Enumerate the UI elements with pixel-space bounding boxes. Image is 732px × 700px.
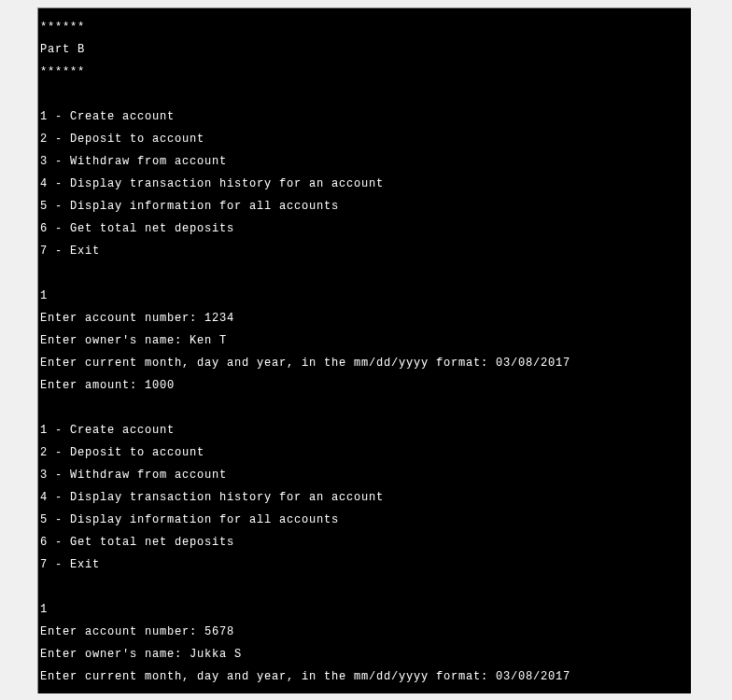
prompt-line: Enter account number: 1234 — [40, 313, 691, 324]
menu-item: 4 - Display transaction history for an a… — [40, 178, 691, 189]
menu-item: 1 - Create account — [40, 425, 691, 436]
header-stars-bottom: ****** — [40, 66, 691, 77]
prompt-line: Enter owner's name: Jukka S — [40, 649, 691, 660]
blank-line — [40, 581, 691, 593]
header-stars-top: ****** — [40, 21, 691, 33]
prompt-line: Enter current month, day and year, in th… — [40, 671, 691, 682]
menu-item: 5 - Display information for all accounts — [40, 514, 691, 525]
menu-item: 6 - Get total net deposits — [40, 537, 691, 548]
blank-line — [40, 268, 691, 279]
prompt-line: Enter account number: 5678 — [40, 626, 691, 637]
user-choice: 1 — [40, 604, 691, 615]
menu-item: 2 - Deposit to account — [40, 133, 691, 145]
blank-line — [40, 402, 691, 413]
menu-item: 7 - Exit — [40, 559, 691, 570]
prompt-line: Enter amount: 1000 — [40, 380, 691, 391]
menu-item: 1 - Create account — [40, 111, 691, 122]
terminal-window[interactable]: ****** Part B ****** 1 - Create account … — [37, 7, 691, 693]
menu-item: 2 - Deposit to account — [40, 447, 691, 458]
menu-item: 3 - Withdraw from account — [40, 469, 691, 481]
user-choice: 1 — [40, 290, 691, 301]
header-title: Part B — [40, 44, 691, 55]
menu-item: 7 - Exit — [40, 245, 691, 257]
menu-item: 6 - Get total net deposits — [40, 223, 691, 234]
prompt-line: Enter owner's name: Ken T — [40, 335, 691, 346]
menu-item: 4 - Display transaction history for an a… — [40, 492, 691, 503]
prompt-line: Enter current month, day and year, in th… — [40, 357, 691, 369]
menu-item: 5 - Display information for all accounts — [40, 201, 691, 212]
blank-line — [40, 89, 691, 100]
menu-item: 3 - Withdraw from account — [40, 156, 691, 167]
